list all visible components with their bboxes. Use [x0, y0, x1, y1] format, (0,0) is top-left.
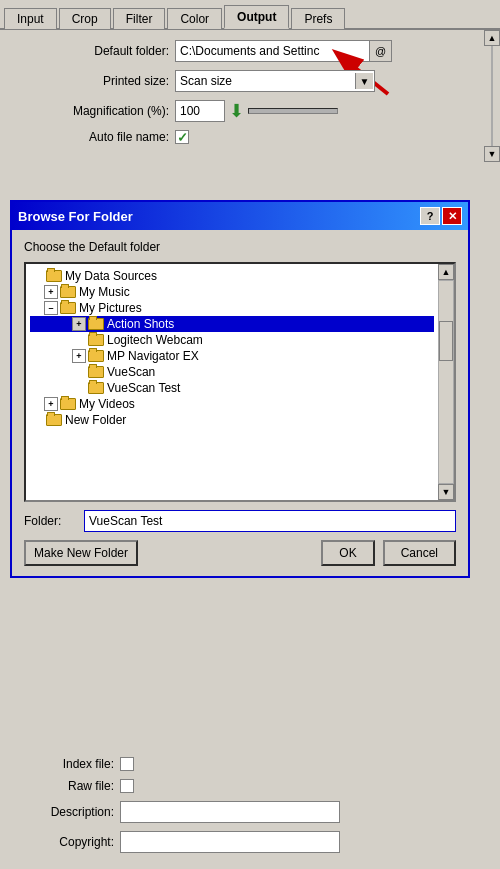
my-music-label: My Music	[79, 285, 130, 299]
dialog-title: Browse For Folder	[18, 209, 133, 224]
tree-item-mp-navigator[interactable]: + MP Navigator EX	[30, 348, 434, 364]
index-file-row: Index file:	[14, 757, 486, 771]
tree-item-my-pictures[interactable]: – My Pictures	[30, 300, 434, 316]
green-arrow-icon: ⬇	[229, 100, 244, 122]
copyright-row: Copyright:	[14, 831, 486, 853]
tab-bar: Input Crop Filter Color Output Prefs	[0, 0, 500, 30]
my-music-expand[interactable]: +	[44, 285, 58, 299]
raw-file-row: Raw file:	[14, 779, 486, 793]
tree-item-my-music[interactable]: + My Music	[30, 284, 434, 300]
dialog-subtitle: Choose the Default folder	[24, 240, 456, 254]
copyright-input[interactable]	[120, 831, 340, 853]
tab-crop[interactable]: Crop	[59, 8, 111, 29]
my-data-sources-label: My Data Sources	[65, 269, 157, 283]
tab-filter[interactable]: Filter	[113, 8, 166, 29]
tab-color[interactable]: Color	[167, 8, 222, 29]
tree-content: My Data Sources + My Music –	[26, 264, 438, 432]
ok-button[interactable]: OK	[321, 540, 374, 566]
copyright-label: Copyright:	[14, 835, 114, 849]
outer-scrollbar[interactable]: ▲ ▼	[484, 30, 500, 162]
my-pictures-expand[interactable]: –	[44, 301, 58, 315]
vuescan-icon	[88, 365, 104, 379]
folder-path-label: Folder:	[24, 514, 84, 528]
tree-scroll-track[interactable]	[438, 280, 454, 484]
description-row: Description:	[14, 801, 486, 823]
my-pictures-icon	[60, 301, 76, 315]
auto-file-name-row: Auto file name: ✓	[14, 130, 480, 144]
tree-scroll-down-btn[interactable]: ▼	[438, 484, 454, 500]
tree-scrollbar[interactable]: ▲ ▼	[438, 264, 454, 500]
tree-item-my-data-sources[interactable]: My Data Sources	[30, 268, 434, 284]
tree-item-action-shots[interactable]: + Action Shots	[30, 316, 434, 332]
tree-scroll-up-btn[interactable]: ▲	[438, 264, 454, 280]
dialog-titlebar: Browse For Folder ? ✕	[12, 202, 468, 230]
mp-navigator-expand[interactable]: +	[72, 349, 86, 363]
vuescan-test-label: VueScan Test	[107, 381, 180, 395]
default-folder-row: Default folder: @	[14, 40, 480, 62]
dialog-close-button[interactable]: ✕	[442, 207, 462, 225]
dialog-help-button[interactable]: ?	[420, 207, 440, 225]
cancel-button[interactable]: Cancel	[383, 540, 456, 566]
vuescan-test-icon	[88, 381, 104, 395]
tree-scroll-thumb[interactable]	[439, 321, 453, 361]
tree-item-vuescan[interactable]: VueScan	[30, 364, 434, 380]
tree-item-vuescan-test[interactable]: VueScan Test	[30, 380, 434, 396]
checkbox-check-icon: ✓	[177, 130, 188, 145]
scroll-up-button[interactable]: ▲	[484, 30, 500, 46]
my-videos-icon	[60, 397, 76, 411]
main-content: Default folder: @ Printed size: Scan siz…	[0, 30, 500, 162]
mp-navigator-label: MP Navigator EX	[107, 349, 199, 363]
make-new-folder-button[interactable]: Make New Folder	[24, 540, 138, 566]
default-folder-label: Default folder:	[14, 44, 169, 58]
magnification-input[interactable]	[175, 100, 225, 122]
auto-file-name-checkbox[interactable]: ✓	[175, 130, 189, 144]
at-button[interactable]: @	[370, 40, 392, 62]
new-folder-label: New Folder	[65, 413, 126, 427]
bottom-form: Index file: Raw file: Description: Copyr…	[0, 749, 500, 869]
magnification-label: Magnification (%):	[14, 104, 169, 118]
folder-path-row: Folder:	[24, 510, 456, 532]
my-music-icon	[60, 285, 76, 299]
index-file-checkbox[interactable]	[120, 757, 134, 771]
action-shots-icon	[88, 317, 104, 331]
folder-tree-view[interactable]: My Data Sources + My Music –	[24, 262, 456, 502]
vuescan-label: VueScan	[107, 365, 155, 379]
new-folder-icon	[46, 413, 62, 427]
tab-input[interactable]: Input	[4, 8, 57, 29]
my-data-sources-icon	[46, 269, 62, 283]
auto-file-name-label: Auto file name:	[14, 130, 169, 144]
logitech-webcam-icon	[88, 333, 104, 347]
tab-output[interactable]: Output	[224, 5, 289, 29]
raw-file-label: Raw file:	[14, 779, 114, 793]
index-file-label: Index file:	[14, 757, 114, 771]
my-videos-expand[interactable]: +	[44, 397, 58, 411]
default-folder-input[interactable]	[175, 40, 370, 62]
browse-for-folder-dialog: Browse For Folder ? ✕ Choose the Default…	[10, 200, 470, 578]
raw-file-checkbox[interactable]	[120, 779, 134, 793]
dialog-body: Choose the Default folder My Data Source…	[12, 230, 468, 576]
printed-size-label: Printed size:	[14, 74, 169, 88]
folder-path-input[interactable]	[84, 510, 456, 532]
magnification-row: Magnification (%): ⬇	[14, 100, 480, 122]
mp-navigator-icon	[88, 349, 104, 363]
magnification-slider[interactable]	[248, 108, 338, 114]
description-input[interactable]	[120, 801, 340, 823]
action-shots-expand[interactable]: +	[72, 317, 86, 331]
logitech-webcam-label: Logitech Webcam	[107, 333, 203, 347]
dialog-title-buttons: ? ✕	[420, 207, 462, 225]
my-videos-label: My Videos	[79, 397, 135, 411]
scroll-down-button[interactable]: ▼	[484, 146, 500, 162]
dialog-action-buttons: Make New Folder OK Cancel	[24, 540, 456, 566]
printed-size-row: Printed size: Scan size ▼	[14, 70, 480, 92]
description-label: Description:	[14, 805, 114, 819]
tree-item-new-folder[interactable]: New Folder	[30, 412, 434, 428]
tree-item-logitech-webcam[interactable]: Logitech Webcam	[30, 332, 434, 348]
action-shots-label: Action Shots	[107, 317, 174, 331]
printed-size-select-wrapper: Scan size ▼	[175, 70, 375, 92]
scroll-track[interactable]	[491, 46, 493, 146]
printed-size-select[interactable]: Scan size	[175, 70, 375, 92]
tab-prefs[interactable]: Prefs	[291, 8, 345, 29]
my-pictures-label: My Pictures	[79, 301, 142, 315]
tree-item-my-videos[interactable]: + My Videos	[30, 396, 434, 412]
